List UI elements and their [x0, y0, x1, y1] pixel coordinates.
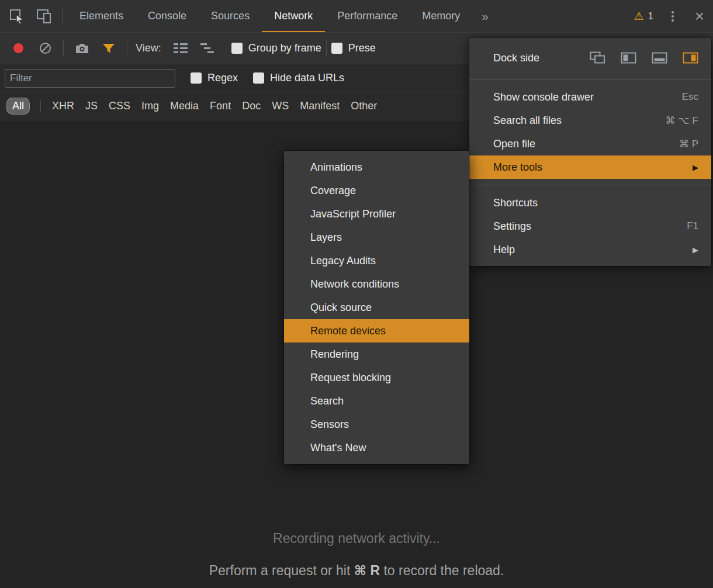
menu-item-label: Shortcuts — [493, 197, 538, 209]
dock-right-icon[interactable] — [683, 51, 698, 64]
menu-item-label: Open file — [493, 138, 535, 150]
more-tools-submenu: Animations Coverage JavaScript Profiler … — [284, 151, 469, 464]
tab-elements[interactable]: Elements — [67, 0, 136, 32]
record-button[interactable] — [5, 43, 32, 53]
reload-shortcut-key: ⌘ R — [354, 563, 380, 578]
menu-item-show-console-drawer[interactable]: Show console drawer Esc — [469, 85, 711, 109]
warning-badge[interactable]: ⚠ 1 — [628, 0, 659, 32]
inspect-cursor-glyph — [9, 8, 25, 25]
menu-item-label: Settings — [493, 220, 531, 233]
submenu-item-legacy-audits[interactable]: Legacy Audits — [284, 249, 469, 272]
submenu-item-label: Layers — [310, 231, 342, 244]
menu-item-help[interactable]: Help ▶ — [469, 238, 711, 261]
menu-item-shortcut: ⌘ ⌥ F — [666, 115, 698, 127]
warning-count: 1 — [648, 11, 653, 22]
submenu-arrow-icon: ▶ — [693, 163, 698, 172]
submenu-item-request-blocking[interactable]: Request blocking — [284, 366, 469, 389]
menu-item-label: More tools — [493, 161, 542, 174]
filter-type-css[interactable]: CSS — [109, 100, 130, 112]
submenu-item-label: What's New — [310, 442, 366, 454]
device-toolbar-icon[interactable] — [30, 0, 57, 32]
filter-input[interactable] — [5, 69, 175, 88]
submenu-item-quick-source[interactable]: Quick source — [284, 296, 469, 319]
menu-item-shortcuts[interactable]: Shortcuts — [469, 191, 711, 215]
show-overview-icon[interactable] — [194, 43, 221, 54]
submenu-item-animations[interactable]: Animations — [284, 155, 469, 179]
clear-icon[interactable] — [32, 41, 58, 55]
filter-funnel-icon[interactable] — [95, 43, 122, 54]
dock-left-icon[interactable] — [621, 51, 636, 64]
menu-separator — [469, 185, 711, 185]
filter-type-xhr[interactable]: XHR — [52, 100, 74, 112]
hide-data-urls-checkbox[interactable]: Hide data URLs — [253, 72, 344, 84]
tab-performance[interactable]: Performance — [325, 0, 410, 32]
reload-hint-text: Perform a request or hit ⌘ R to record t… — [0, 563, 713, 579]
tab-console[interactable]: Console — [136, 0, 199, 32]
filter-type-js[interactable]: JS — [85, 100, 98, 112]
group-by-frame-label: Group by frame — [248, 42, 321, 54]
submenu-item-label: Search — [310, 395, 344, 407]
filter-type-img[interactable]: Img — [141, 100, 159, 112]
submenu-item-network-conditions[interactable]: Network conditions — [284, 272, 469, 296]
large-request-rows-icon[interactable] — [167, 43, 194, 54]
submenu-item-sensors[interactable]: Sensors — [284, 413, 469, 436]
submenu-item-whats-new[interactable]: What's New — [284, 436, 469, 459]
tabbar-spacer — [498, 0, 628, 32]
menu-item-settings[interactable]: Settings F1 — [469, 215, 711, 238]
dock-side-label: Dock side — [493, 52, 539, 64]
submenu-item-label: Quick source — [310, 302, 372, 314]
filter-type-other[interactable]: Other — [351, 100, 377, 112]
filter-type-ws[interactable]: WS — [272, 100, 289, 112]
undock-icon[interactable] — [590, 51, 605, 64]
submenu-item-coverage[interactable]: Coverage — [284, 179, 469, 202]
tab-memory[interactable]: Memory — [410, 0, 472, 32]
screenshot-camera-icon[interactable] — [68, 42, 95, 54]
main-menu-kebab-icon[interactable] — [659, 0, 686, 32]
preserve-log-checkbox[interactable]: Prese — [331, 42, 376, 54]
dock-bottom-icon[interactable] — [652, 51, 667, 64]
dock-icons — [590, 51, 698, 64]
submenu-item-javascript-profiler[interactable]: JavaScript Profiler — [284, 202, 469, 226]
group-by-frame-checkbox[interactable]: Group by frame — [231, 42, 321, 54]
submenu-item-label: Remote devices — [310, 325, 386, 337]
submenu-item-label: JavaScript Profiler — [310, 208, 396, 220]
waterfall-glyph — [200, 43, 215, 54]
menu-item-shortcut: F1 — [687, 220, 698, 232]
separator — [326, 40, 327, 57]
submenu-item-search[interactable]: Search — [284, 389, 469, 413]
regex-checkbox[interactable]: Regex — [191, 72, 238, 84]
inspect-element-icon[interactable] — [4, 0, 30, 32]
filter-type-manifest[interactable]: Manifest — [300, 100, 340, 112]
submenu-item-layers[interactable]: Layers — [284, 226, 469, 249]
menu-separator — [469, 79, 711, 79]
tab-sources[interactable]: Sources — [199, 0, 262, 32]
menu-item-search-all-files[interactable]: Search all files ⌘ ⌥ F — [469, 109, 711, 132]
warning-icon: ⚠ — [634, 11, 643, 22]
filter-type-doc[interactable]: Doc — [242, 100, 261, 112]
filter-type-font[interactable]: Font — [210, 100, 231, 112]
submenu-item-label: Rendering — [310, 348, 359, 361]
menu-item-more-tools[interactable]: More tools ▶ — [469, 155, 711, 179]
submenu-item-remote-devices[interactable]: Remote devices — [284, 319, 469, 343]
filter-type-all[interactable]: All — [7, 98, 29, 114]
menu-item-label: Show console drawer — [493, 91, 594, 103]
menu-item-shortcut: ⌘ P — [679, 138, 698, 150]
close-glyph: × — [695, 8, 704, 25]
hide-data-urls-label: Hide data URLs — [270, 72, 344, 84]
recording-status-text: Recording network activity... — [0, 531, 713, 547]
submenu-item-label: Legacy Audits — [310, 255, 376, 267]
camera-glyph — [75, 42, 89, 54]
checkbox-box — [331, 43, 342, 54]
separator — [63, 40, 64, 57]
record-icon — [13, 43, 23, 53]
close-icon[interactable]: × — [686, 0, 713, 32]
filter-type-media[interactable]: Media — [170, 100, 199, 112]
tab-network[interactable]: Network — [262, 0, 325, 32]
submenu-item-label: Sensors — [310, 418, 349, 431]
regex-label: Regex — [207, 72, 238, 84]
checkbox-box — [231, 43, 243, 54]
menu-item-shortcut: Esc — [682, 91, 698, 103]
submenu-item-rendering[interactable]: Rendering — [284, 343, 469, 366]
menu-item-open-file[interactable]: Open file ⌘ P — [469, 132, 711, 155]
more-tabs-chevron-icon[interactable]: » — [472, 0, 498, 32]
